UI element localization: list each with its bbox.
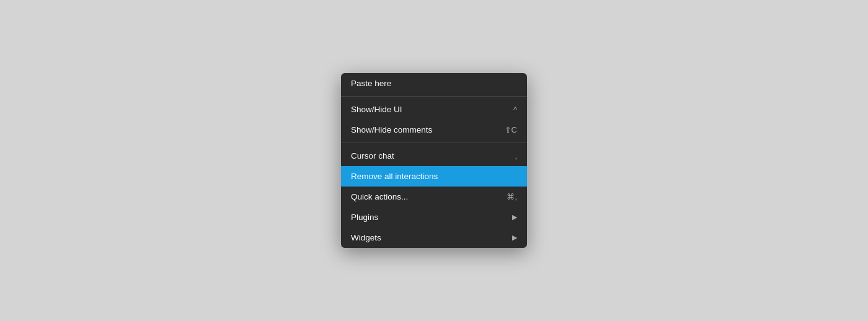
menu-item-show-hide-ui-label: Show/Hide UI (351, 105, 503, 114)
menu-item-remove-all-interactions[interactable]: Remove all interactions (341, 166, 527, 187)
menu-item-cursor-chat[interactable]: Cursor chat , (341, 146, 527, 166)
menu-item-paste-here-label: Paste here (351, 79, 517, 88)
menu-item-remove-all-interactions-label: Remove all interactions (351, 172, 517, 181)
menu-item-plugins-label: Plugins (351, 213, 502, 222)
menu-item-quick-actions-shortcut: ⌘, (507, 192, 517, 201)
menu-item-quick-actions-label: Quick actions... (351, 192, 497, 201)
menu-item-cursor-chat-label: Cursor chat (351, 151, 505, 160)
context-menu: Paste here Show/Hide UI ^ Show/Hide comm… (341, 73, 527, 248)
menu-item-cursor-chat-shortcut: , (515, 151, 517, 160)
menu-item-quick-actions[interactable]: Quick actions... ⌘, (341, 187, 527, 207)
menu-item-plugins[interactable]: Plugins ▶ (341, 207, 527, 227)
menu-item-show-hide-comments-label: Show/Hide comments (351, 125, 495, 134)
menu-item-show-hide-comments-shortcut: ⇧C (505, 125, 517, 134)
menu-item-show-hide-comments[interactable]: Show/Hide comments ⇧C (341, 120, 527, 140)
submenu-arrow-icon: ▶ (512, 213, 517, 221)
menu-item-show-hide-ui-shortcut: ^ (513, 105, 517, 114)
menu-item-widgets-label: Widgets (351, 233, 502, 242)
submenu-arrow-icon-2: ▶ (512, 234, 517, 242)
menu-item-show-hide-ui[interactable]: Show/Hide UI ^ (341, 99, 527, 120)
menu-item-widgets[interactable]: Widgets ▶ (341, 227, 527, 248)
separator-2 (341, 143, 527, 143)
menu-item-paste-here[interactable]: Paste here (341, 73, 527, 94)
separator-1 (341, 96, 527, 97)
